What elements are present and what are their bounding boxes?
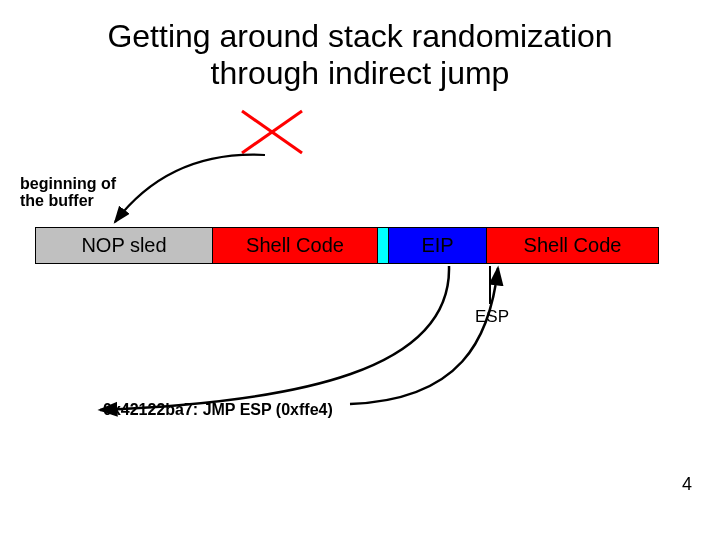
segment-nop-sled: NOP sled <box>36 228 212 263</box>
stack-layout: NOP sled Shell Code EIP Shell Code <box>35 227 659 264</box>
crossed-out-icon <box>238 107 306 157</box>
segment-separator <box>377 228 388 263</box>
title-line-2: through indirect jump <box>211 55 510 91</box>
segment-eip: EIP <box>388 228 486 263</box>
arrow-to-nop <box>115 155 265 222</box>
segment-shell-code-1: Shell Code <box>212 228 377 263</box>
jmp-esp-label: 0x42122ba7: JMP ESP (0xffe4) <box>103 401 333 419</box>
arrow-jmp-to-shellcode <box>350 268 498 404</box>
title-line-1: Getting around stack randomization <box>107 18 612 54</box>
segment-shell-code-2: Shell Code <box>486 228 658 263</box>
page-number: 4 <box>682 474 692 495</box>
esp-label: ESP <box>475 307 509 327</box>
arrow-eip-to-jmp <box>100 266 449 410</box>
beginning-line-1: beginning of <box>20 175 116 192</box>
beginning-line-2: the buffer <box>20 192 94 209</box>
slide-title: Getting around stack randomization throu… <box>0 18 720 92</box>
beginning-of-buffer-label: beginning of the buffer <box>20 176 116 210</box>
